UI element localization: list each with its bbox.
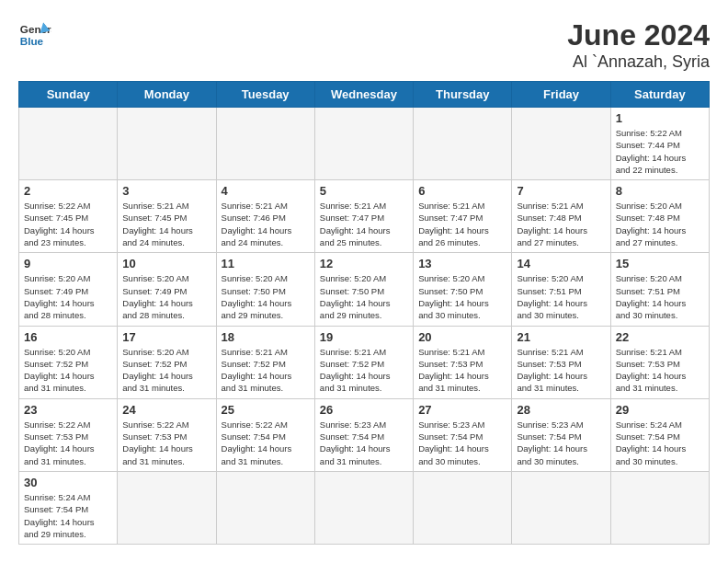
header: General Blue June 2024 Al `Annazah, Syri… <box>18 18 710 72</box>
table-row: 28Sunrise: 5:23 AM Sunset: 7:54 PM Dayli… <box>512 398 610 471</box>
table-row: 3Sunrise: 5:21 AM Sunset: 7:45 PM Daylig… <box>118 180 216 253</box>
day-info: Sunrise: 5:20 AM Sunset: 7:48 PM Dayligh… <box>616 200 704 248</box>
day-info: Sunrise: 5:20 AM Sunset: 7:50 PM Dayligh… <box>222 272 310 321</box>
table-row: 5Sunrise: 5:21 AM Sunset: 7:47 PM Daylig… <box>314 180 413 253</box>
day-info: Sunrise: 5:23 AM Sunset: 7:54 PM Dayligh… <box>320 419 408 467</box>
table-row: 11Sunrise: 5:20 AM Sunset: 7:50 PM Dayli… <box>216 253 314 326</box>
day-info: Sunrise: 5:21 AM Sunset: 7:53 PM Dayligh… <box>418 346 506 395</box>
header-thursday: Thursday <box>414 82 512 108</box>
day-info: Sunrise: 5:24 AM Sunset: 7:54 PM Dayligh… <box>616 419 704 467</box>
table-row: 20Sunrise: 5:21 AM Sunset: 7:53 PM Dayli… <box>414 326 512 398</box>
day-number: 24 <box>122 403 210 417</box>
day-number: 16 <box>24 330 112 344</box>
table-row: 27Sunrise: 5:23 AM Sunset: 7:54 PM Dayli… <box>414 398 512 471</box>
day-info: Sunrise: 5:21 AM Sunset: 7:47 PM Dayligh… <box>418 200 506 248</box>
day-info: Sunrise: 5:22 AM Sunset: 7:53 PM Dayligh… <box>24 419 112 467</box>
day-info: Sunrise: 5:20 AM Sunset: 7:51 PM Dayligh… <box>517 272 605 321</box>
day-info: Sunrise: 5:23 AM Sunset: 7:54 PM Dayligh… <box>517 419 605 467</box>
logo: General Blue <box>18 18 51 52</box>
day-number: 10 <box>122 257 210 270</box>
general-blue-logo-icon: General Blue <box>18 18 51 52</box>
page-container: General Blue June 2024 Al `Annazah, Syri… <box>18 18 710 545</box>
table-row <box>414 108 512 180</box>
table-row <box>118 108 216 180</box>
day-number: 17 <box>122 330 210 344</box>
day-info: Sunrise: 5:22 AM Sunset: 7:44 PM Dayligh… <box>616 127 704 176</box>
day-info: Sunrise: 5:20 AM Sunset: 7:51 PM Dayligh… <box>616 272 704 321</box>
day-info: Sunrise: 5:20 AM Sunset: 7:52 PM Dayligh… <box>122 346 210 395</box>
table-row: 17Sunrise: 5:20 AM Sunset: 7:52 PM Dayli… <box>118 326 216 398</box>
day-info: Sunrise: 5:20 AM Sunset: 7:49 PM Dayligh… <box>122 272 210 321</box>
table-row <box>19 108 118 180</box>
calendar-week-row: 16Sunrise: 5:20 AM Sunset: 7:52 PM Dayli… <box>19 326 710 398</box>
day-number: 22 <box>616 330 704 344</box>
day-number: 14 <box>517 257 605 270</box>
table-row <box>216 471 314 544</box>
calendar-week-row: 23Sunrise: 5:22 AM Sunset: 7:53 PM Dayli… <box>19 398 710 471</box>
day-info: Sunrise: 5:24 AM Sunset: 7:54 PM Dayligh… <box>24 491 112 540</box>
day-number: 18 <box>222 330 310 344</box>
calendar-week-row: 2Sunrise: 5:22 AM Sunset: 7:45 PM Daylig… <box>19 180 710 253</box>
day-number: 7 <box>517 184 605 198</box>
day-number: 9 <box>24 257 112 270</box>
table-row: 15Sunrise: 5:20 AM Sunset: 7:51 PM Dayli… <box>610 253 709 326</box>
table-row: 29Sunrise: 5:24 AM Sunset: 7:54 PM Dayli… <box>610 398 709 471</box>
calendar-week-row: 30Sunrise: 5:24 AM Sunset: 7:54 PM Dayli… <box>19 471 710 544</box>
table-row: 30Sunrise: 5:24 AM Sunset: 7:54 PM Dayli… <box>19 471 118 544</box>
day-number: 3 <box>122 184 210 198</box>
table-row: 16Sunrise: 5:20 AM Sunset: 7:52 PM Dayli… <box>19 326 118 398</box>
calendar-week-row: 9Sunrise: 5:20 AM Sunset: 7:49 PM Daylig… <box>19 253 710 326</box>
day-info: Sunrise: 5:21 AM Sunset: 7:53 PM Dayligh… <box>616 346 704 395</box>
day-info: Sunrise: 5:21 AM Sunset: 7:52 PM Dayligh… <box>222 346 310 395</box>
calendar-subtitle: Al `Annazah, Syria <box>567 52 710 72</box>
header-wednesday: Wednesday <box>314 82 413 108</box>
table-row: 21Sunrise: 5:21 AM Sunset: 7:53 PM Dayli… <box>512 326 610 398</box>
day-number: 15 <box>616 257 704 270</box>
table-row: 22Sunrise: 5:21 AM Sunset: 7:53 PM Dayli… <box>610 326 709 398</box>
day-info: Sunrise: 5:20 AM Sunset: 7:50 PM Dayligh… <box>320 272 408 321</box>
day-number: 28 <box>517 403 605 417</box>
table-row <box>216 108 314 180</box>
table-row: 23Sunrise: 5:22 AM Sunset: 7:53 PM Dayli… <box>19 398 118 471</box>
day-number: 8 <box>616 184 704 198</box>
day-number: 23 <box>24 403 112 417</box>
header-monday: Monday <box>118 82 216 108</box>
day-number: 1 <box>616 111 704 125</box>
calendar-table: Sunday Monday Tuesday Wednesday Thursday… <box>18 81 710 545</box>
day-number: 19 <box>320 330 408 344</box>
table-row: 19Sunrise: 5:21 AM Sunset: 7:52 PM Dayli… <box>314 326 413 398</box>
day-number: 5 <box>320 184 408 198</box>
table-row: 10Sunrise: 5:20 AM Sunset: 7:49 PM Dayli… <box>118 253 216 326</box>
calendar-week-row: 1Sunrise: 5:22 AM Sunset: 7:44 PM Daylig… <box>19 108 710 180</box>
table-row: 25Sunrise: 5:22 AM Sunset: 7:54 PM Dayli… <box>216 398 314 471</box>
svg-text:Blue: Blue <box>20 35 44 47</box>
table-row <box>414 471 512 544</box>
table-row: 13Sunrise: 5:20 AM Sunset: 7:50 PM Dayli… <box>414 253 512 326</box>
day-info: Sunrise: 5:20 AM Sunset: 7:49 PM Dayligh… <box>24 272 112 321</box>
day-info: Sunrise: 5:21 AM Sunset: 7:48 PM Dayligh… <box>517 200 605 248</box>
table-row: 9Sunrise: 5:20 AM Sunset: 7:49 PM Daylig… <box>19 253 118 326</box>
day-info: Sunrise: 5:22 AM Sunset: 7:53 PM Dayligh… <box>122 419 210 467</box>
header-saturday: Saturday <box>610 82 709 108</box>
day-info: Sunrise: 5:21 AM Sunset: 7:46 PM Dayligh… <box>222 200 310 248</box>
table-row: 18Sunrise: 5:21 AM Sunset: 7:52 PM Dayli… <box>216 326 314 398</box>
table-row: 2Sunrise: 5:22 AM Sunset: 7:45 PM Daylig… <box>19 180 118 253</box>
day-info: Sunrise: 5:21 AM Sunset: 7:45 PM Dayligh… <box>122 200 210 248</box>
day-number: 6 <box>418 184 506 198</box>
table-row <box>118 471 216 544</box>
table-row: 8Sunrise: 5:20 AM Sunset: 7:48 PM Daylig… <box>610 180 709 253</box>
days-header-row: Sunday Monday Tuesday Wednesday Thursday… <box>19 82 710 108</box>
header-tuesday: Tuesday <box>216 82 314 108</box>
day-info: Sunrise: 5:22 AM Sunset: 7:45 PM Dayligh… <box>24 200 112 248</box>
day-number: 2 <box>24 184 112 198</box>
day-info: Sunrise: 5:22 AM Sunset: 7:54 PM Dayligh… <box>222 419 310 467</box>
table-row <box>314 108 413 180</box>
table-row: 24Sunrise: 5:22 AM Sunset: 7:53 PM Dayli… <box>118 398 216 471</box>
day-number: 21 <box>517 330 605 344</box>
table-row: 26Sunrise: 5:23 AM Sunset: 7:54 PM Dayli… <box>314 398 413 471</box>
day-info: Sunrise: 5:20 AM Sunset: 7:52 PM Dayligh… <box>24 346 112 395</box>
table-row: 6Sunrise: 5:21 AM Sunset: 7:47 PM Daylig… <box>414 180 512 253</box>
table-row: 1Sunrise: 5:22 AM Sunset: 7:44 PM Daylig… <box>610 108 709 180</box>
day-number: 13 <box>418 257 506 270</box>
table-row: 14Sunrise: 5:20 AM Sunset: 7:51 PM Dayli… <box>512 253 610 326</box>
